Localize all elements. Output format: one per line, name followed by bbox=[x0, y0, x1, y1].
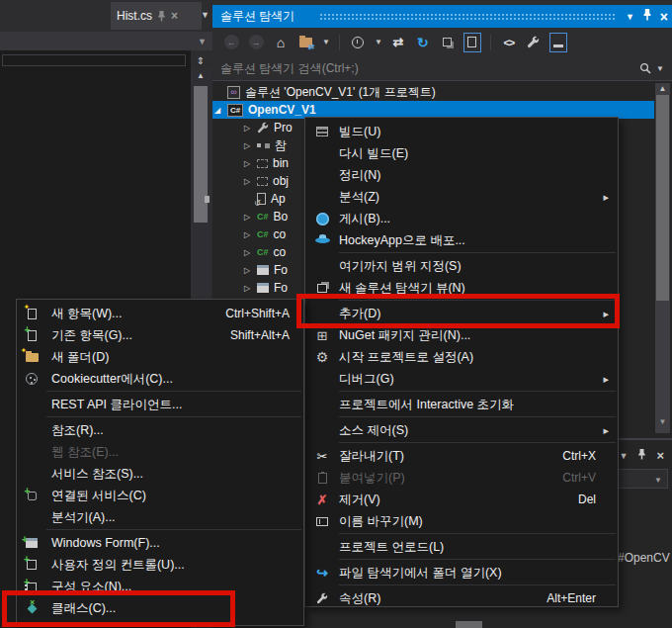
menu-item-debug[interactable]: 디버그(G) bbox=[305, 368, 618, 390]
config-file-icon bbox=[257, 193, 266, 205]
editor-navigation-bar[interactable]: ▼ bbox=[0, 32, 212, 50]
close-icon[interactable]: × bbox=[171, 10, 178, 22]
submenu-item-service-reference[interactable]: 서비스 참조(S)... bbox=[17, 463, 303, 485]
show-all-files-button[interactable] bbox=[549, 33, 567, 52]
submenu-item-new-item[interactable]: 새 항목(W)... Ctrl+Shift+A bbox=[17, 303, 303, 324]
submenu-item-web-reference[interactable]: 웹 참조(E)... bbox=[17, 441, 303, 463]
highlight-box-add bbox=[296, 294, 620, 328]
menu-item-analyze[interactable]: 분석(Z) bbox=[305, 186, 618, 208]
hidden-folder-icon bbox=[257, 177, 268, 186]
chevron-down-icon[interactable]: ▼ bbox=[201, 10, 210, 20]
expander-icon[interactable]: ▷ bbox=[242, 124, 252, 133]
menu-item-shortcut: Ctrl+X bbox=[562, 449, 596, 463]
expander-icon[interactable]: ▷ bbox=[242, 141, 252, 150]
close-icon[interactable]: × bbox=[660, 10, 668, 24]
menu-item-label: 정리(N) bbox=[339, 167, 380, 184]
submenu-item-cookiecutter[interactable]: Cookiecutter에서(C)... bbox=[17, 368, 303, 390]
expander-open-icon[interactable]: ◢ bbox=[212, 106, 222, 115]
document-tabstrip: Hist.cs × ▼ bbox=[0, 0, 212, 30]
submenu-item-analyzer[interactable]: 분석기(A)... bbox=[17, 506, 303, 528]
menu-item-build[interactable]: 빌드(U) bbox=[305, 121, 618, 142]
menu-item-rename[interactable]: 이름 바꾸기(M) bbox=[305, 510, 618, 532]
menu-item-paste[interactable]: 붙여넣기(P) Ctrl+V bbox=[305, 467, 618, 489]
scroll-up-icon[interactable]: ▲ bbox=[655, 84, 670, 93]
menu-item-deploy-hockeyapp[interactable]: HockeyApp으로 배포... bbox=[305, 229, 618, 251]
expander-icon[interactable]: ▷ bbox=[242, 230, 252, 239]
menu-item-properties[interactable]: 속성(R) Alt+Enter bbox=[305, 587, 618, 609]
menu-item-remove[interactable]: ✗ 제거(V) Del bbox=[305, 489, 618, 510]
search-icon[interactable] bbox=[639, 62, 651, 74]
chevron-down-icon[interactable]: ▼ bbox=[322, 38, 330, 46]
submenu-item-rest-api-client[interactable]: REST API 클라이언트... bbox=[17, 394, 303, 415]
tree-vertical-scrollbar[interactable]: ▲ ▼ bbox=[655, 83, 670, 433]
menu-item-cut[interactable]: ✂ 잘라내기(T) Ctrl+X bbox=[305, 445, 618, 467]
forward-button[interactable]: → bbox=[247, 33, 265, 52]
chevron-down-icon: ▼ bbox=[654, 476, 662, 485]
pending-changes-filter-button[interactable] bbox=[349, 33, 367, 52]
view-code-button[interactable]: <> bbox=[500, 33, 518, 52]
horizontal-scrollbar-chip[interactable] bbox=[456, 621, 482, 628]
pin-icon[interactable] bbox=[642, 9, 652, 24]
expander-icon[interactable]: ▷ bbox=[242, 213, 252, 222]
menu-item-clean[interactable]: 정리(N) bbox=[305, 164, 618, 186]
expander-icon[interactable]: ▷ bbox=[242, 284, 252, 293]
menu-item-set-startup-project[interactable]: ⚙ 시작 프로젝트로 설정(A) bbox=[305, 346, 618, 368]
menu-item-label: 프로젝트 언로드(L) bbox=[339, 539, 444, 556]
menu-item-rebuild[interactable]: 다시 빌드(E) bbox=[305, 142, 618, 164]
home-button[interactable]: ⌂ bbox=[272, 33, 290, 52]
menu-item-unload-project[interactable]: 프로젝트 언로드(L) bbox=[305, 536, 618, 558]
menu-item-scope-to-this[interactable]: 여기까지 범위 지정(S) bbox=[305, 255, 618, 277]
menu-item-source-control[interactable]: 소스 제어(S) bbox=[305, 419, 618, 441]
chevron-down-icon[interactable]: ▼ bbox=[626, 12, 634, 22]
scrollbar-thumb[interactable] bbox=[656, 95, 669, 301]
collapse-all-button[interactable] bbox=[439, 33, 457, 52]
menu-item-publish[interactable]: 게시(B)... bbox=[305, 208, 618, 229]
toolbar-separator bbox=[490, 35, 491, 50]
menu-separator bbox=[339, 416, 616, 417]
solution-explorer-titlebar[interactable]: 솔루션 탐색기 ▼ × bbox=[212, 5, 672, 28]
close-icon[interactable]: × bbox=[656, 448, 664, 463]
chevron-down-icon[interactable]: ▼ bbox=[198, 37, 207, 46]
chevron-down-icon[interactable]: ▼ bbox=[656, 64, 664, 73]
wrench-icon bbox=[257, 122, 269, 134]
wrench-icon bbox=[316, 592, 328, 604]
scroll-up-icon[interactable]: ▲ bbox=[191, 71, 210, 80]
expander-icon[interactable]: ▷ bbox=[242, 177, 252, 186]
menu-separator bbox=[339, 533, 616, 534]
menu-item-open-folder-in-file-explorer[interactable]: ↪ 파일 탐색기에서 폴더 열기(X) bbox=[305, 562, 618, 583]
expander-icon[interactable]: ▷ bbox=[242, 159, 252, 168]
properties-button[interactable] bbox=[525, 33, 543, 52]
pin-icon[interactable] bbox=[157, 11, 166, 22]
submenu-item-new-folder[interactable]: 새 폴더(D) bbox=[17, 346, 303, 368]
switch-view-button[interactable] bbox=[296, 33, 314, 52]
expander-icon[interactable]: ▷ bbox=[242, 266, 252, 275]
split-handle-icon[interactable]: ⇕ bbox=[191, 52, 210, 69]
menu-item-initialize-interactive[interactable]: 프로젝트에서 Interactive 초기화 bbox=[305, 394, 618, 415]
submenu-item-windows-form[interactable]: Windows Form(F)... bbox=[17, 532, 303, 554]
form-file-icon bbox=[257, 265, 269, 275]
chevron-down-icon[interactable]: ▼ bbox=[375, 38, 382, 46]
csharp-file-icon: C# bbox=[257, 247, 269, 257]
new-item-icon bbox=[28, 309, 37, 319]
search-input[interactable] bbox=[212, 60, 639, 76]
menu-separator bbox=[339, 252, 616, 253]
preview-selected-items-button[interactable] bbox=[463, 33, 481, 52]
tab-hist-cs[interactable]: Hist.cs × bbox=[111, 2, 202, 30]
refresh-button[interactable]: ↻ bbox=[414, 33, 432, 52]
expander-icon[interactable]: ▷ bbox=[242, 248, 252, 257]
hockeyapp-icon bbox=[315, 237, 330, 243]
menu-separator bbox=[46, 529, 301, 530]
submenu-item-existing-item[interactable]: 기존 항목(G)... Shift+Alt+A bbox=[17, 324, 303, 346]
back-button[interactable]: ← bbox=[222, 33, 240, 52]
chevron-down-icon[interactable]: ▼ bbox=[619, 451, 628, 461]
sync-button[interactable]: ⇄ bbox=[389, 33, 407, 52]
submenu-item-connected-service[interactable]: 연결된 서비스(C) bbox=[17, 485, 303, 506]
scroll-down-icon[interactable]: ▼ bbox=[655, 417, 670, 426]
submenu-item-user-control[interactable]: 사용자 정의 컨트롤(U)... bbox=[17, 554, 303, 576]
user-control-icon bbox=[27, 560, 37, 570]
tree-row-solution[interactable]: ∞ 솔루션 'OpenCV_V1' (1개 프로젝트) bbox=[212, 83, 654, 101]
build-icon bbox=[316, 127, 328, 136]
pin-icon[interactable] bbox=[637, 449, 646, 463]
menu-item-label: 속성(R) bbox=[339, 590, 380, 607]
submenu-item-reference[interactable]: 참조(R)... bbox=[17, 419, 303, 441]
